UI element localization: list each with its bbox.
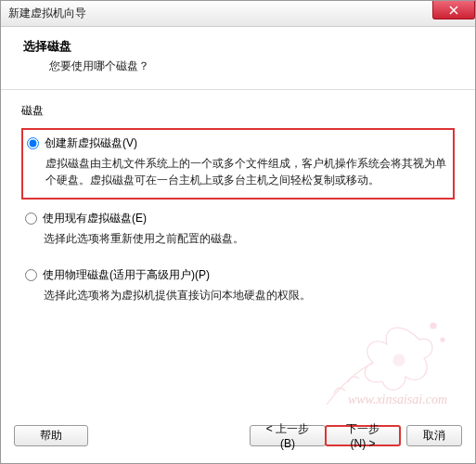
page-subtitle: 您要使用哪个磁盘？ — [49, 58, 453, 74]
page-title: 选择磁盘 — [23, 38, 453, 55]
option-create-new-disk[interactable]: 创建新虚拟磁盘(V) 虚拟磁盘由主机文件系统上的一个或多个文件组成，客户机操作系… — [21, 128, 455, 200]
content-area: 磁盘 创建新虚拟磁盘(V) 虚拟磁盘由主机文件系统上的一个或多个文件组成，客户机… — [1, 90, 475, 322]
next-button[interactable]: 下一步(N) > — [325, 425, 401, 446]
section-label: 磁盘 — [21, 103, 455, 119]
wizard-header: 选择磁盘 您要使用哪个磁盘？ — [1, 27, 475, 90]
window-title: 新建虚拟机向导 — [8, 6, 86, 21]
option-label: 使用物理磁盘(适用于高级用户)(P) — [43, 267, 210, 283]
svg-point-0 — [393, 354, 405, 366]
close-button[interactable] — [432, 1, 475, 19]
radio-use-existing-disk[interactable] — [25, 213, 37, 225]
option-use-existing-disk[interactable]: 使用现有虚拟磁盘(E) 选择此选项将重新使用之前配置的磁盘。 — [21, 205, 455, 256]
option-desc: 选择此选项将重新使用之前配置的磁盘。 — [44, 230, 451, 247]
svg-point-2 — [441, 338, 444, 342]
option-use-physical-disk[interactable]: 使用物理磁盘(适用于高级用户)(P) 选择此选项将为虚拟机提供直接访问本地硬盘的… — [21, 262, 455, 313]
titlebar: 新建虚拟机向导 — [1, 1, 475, 27]
svg-point-1 — [431, 323, 436, 329]
wizard-window: 新建虚拟机向导 选择磁盘 您要使用哪个磁盘？ 磁盘 创建新虚拟磁盘(V) 虚拟磁… — [0, 0, 476, 464]
back-button[interactable]: < 上一步(B) — [250, 425, 326, 446]
disk-options-group: 创建新虚拟磁盘(V) 虚拟磁盘由主机文件系统上的一个或多个文件组成，客户机操作系… — [21, 126, 455, 322]
help-button[interactable]: 帮助 — [14, 425, 88, 446]
cancel-button[interactable]: 取消 — [406, 425, 462, 446]
option-label: 使用现有虚拟磁盘(E) — [43, 211, 147, 226]
option-desc: 虚拟磁盘由主机文件系统上的一个或多个文件组成，客户机操作系统会将其视为单个硬盘。… — [45, 155, 449, 188]
close-icon — [449, 6, 458, 15]
footer-buttons: 帮助 < 上一步(B) 下一步(N) > 取消 — [1, 418, 475, 454]
option-desc: 选择此选项将为虚拟机提供直接访问本地硬盘的权限。 — [44, 287, 451, 303]
radio-use-physical-disk[interactable] — [25, 269, 37, 281]
watermark-text: www.xinsaisai.com — [348, 393, 447, 407]
radio-create-new-disk[interactable] — [27, 137, 39, 149]
option-label: 创建新虚拟磁盘(V) — [45, 135, 137, 151]
